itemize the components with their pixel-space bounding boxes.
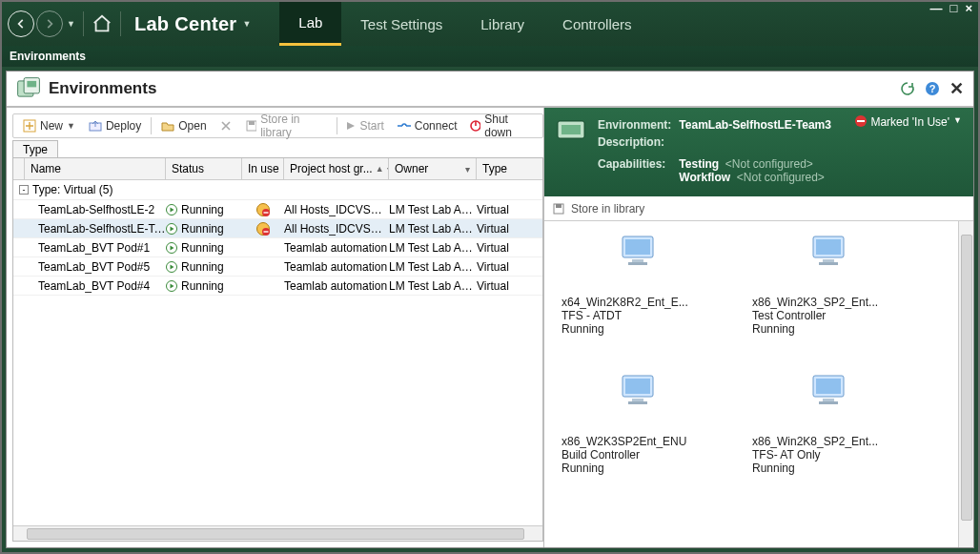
connect-icon: [398, 121, 411, 131]
svg-rect-36: [625, 379, 650, 394]
store-icon: [552, 202, 565, 215]
refresh-button[interactable]: [900, 81, 915, 96]
table-row[interactable]: TeamLab_BVT Pod#5RunningTeamlab automati…: [13, 257, 542, 277]
details-toolbar: Store in library: [544, 196, 973, 221]
table-row[interactable]: TeamLab_BVT Pod#4RunningTeamlab automati…: [13, 277, 542, 296]
page-header: Environments ? ✕: [7, 72, 973, 108]
svg-rect-2: [27, 81, 36, 88]
new-button[interactable]: New▼: [17, 115, 81, 136]
table-row[interactable]: TeamLab-SelfhostLE-2RunningAll Hosts_IDC…: [13, 200, 542, 219]
forward-button[interactable]: [36, 10, 63, 37]
environments-icon: [16, 76, 41, 101]
connect-button[interactable]: Connect: [392, 115, 463, 136]
col-inuse[interactable]: In use: [242, 158, 284, 179]
col-host[interactable]: Project host gr...▲▾: [284, 158, 389, 179]
col-status[interactable]: Status: [166, 158, 242, 179]
group-tab[interactable]: Type: [12, 140, 543, 157]
shutdown-button[interactable]: Shut down: [464, 115, 539, 136]
vm-tile[interactable]: x64_Win2K8R2_Ent_E...TFS - ATDTRunning: [561, 235, 714, 336]
breadcrumb: Environments: [10, 50, 86, 63]
open-icon: [161, 119, 174, 133]
tab-lab[interactable]: Lab: [279, 2, 341, 46]
svg-rect-42: [819, 401, 838, 404]
home-button[interactable]: [92, 13, 112, 34]
store-in-library-button[interactable]: Store in library: [571, 202, 644, 215]
svg-rect-40: [816, 379, 841, 394]
svg-rect-29: [632, 259, 643, 262]
store-icon: [245, 119, 257, 133]
nav-history-dropdown[interactable]: ▼: [67, 19, 75, 29]
marked-in-use-dropdown[interactable]: Marked 'In Use'▼: [855, 115, 962, 187]
vertical-scrollbar[interactable]: [958, 221, 973, 547]
svg-rect-34: [819, 262, 838, 265]
start-button[interactable]: Start: [340, 115, 389, 136]
in-use-icon: [855, 115, 867, 127]
new-icon: [23, 119, 36, 133]
environments-toolbar: New▼ Deploy Open: [12, 113, 543, 138]
help-button[interactable]: ?: [925, 81, 940, 96]
svg-rect-33: [823, 259, 834, 262]
collapse-icon[interactable]: -: [19, 185, 29, 195]
table-row[interactable]: TeamLab-SelfhostLE-Team3RunningAll Hosts…: [13, 219, 542, 238]
svg-rect-38: [628, 401, 647, 404]
svg-rect-22: [561, 125, 581, 134]
svg-rect-17: [264, 231, 269, 232]
start-icon: [346, 121, 356, 131]
tab-test-settings[interactable]: Test Settings: [341, 2, 461, 46]
svg-text:?: ?: [929, 83, 936, 94]
details-header: Environment:TeamLab-SelfhostLE-Team3 Des…: [544, 108, 973, 196]
col-owner[interactable]: Owner▾: [389, 158, 477, 179]
power-icon: [470, 120, 480, 132]
breadcrumb-bar: Environments New▼ Open Items (0)▼: [2, 46, 978, 67]
deploy-icon: [89, 119, 102, 133]
svg-rect-30: [628, 262, 647, 265]
minimize-button[interactable]: —: [930, 2, 943, 15]
close-button[interactable]: ✕: [949, 78, 964, 99]
vm-tile[interactable]: x86_W2K3SP2Ent_ENUBuild ControllerRunnin…: [561, 374, 714, 475]
svg-rect-13: [264, 212, 269, 213]
main-tabs: Lab Test Settings Library Controllers: [279, 2, 650, 46]
open-button[interactable]: Open: [155, 115, 212, 136]
app-title-dropdown[interactable]: ▼: [242, 19, 251, 29]
horizontal-scrollbar[interactable]: [13, 525, 542, 541]
table-row[interactable]: TeamLab_BVT Pod#1RunningTeamlab automati…: [13, 238, 542, 257]
maximize-button[interactable]: □: [950, 2, 958, 15]
env-name: TeamLab-SelfhostLE-Team3: [679, 117, 837, 133]
svg-rect-26: [556, 204, 561, 208]
svg-rect-24: [857, 120, 865, 122]
delete-icon: [220, 120, 232, 132]
group-row[interactable]: - Type: Virtual (5): [13, 180, 542, 200]
environments-grid: Name Status In use Project host gr...▲▾ …: [12, 157, 543, 542]
app-title: Lab Center: [134, 13, 236, 35]
svg-rect-8: [249, 121, 255, 125]
window-close-button[interactable]: ×: [965, 2, 972, 15]
col-type[interactable]: Type: [477, 158, 509, 179]
delete-button[interactable]: [214, 115, 237, 136]
svg-rect-28: [625, 239, 650, 255]
tab-controllers[interactable]: Controllers: [543, 2, 651, 46]
vm-list: x64_Win2K8R2_Ent_E...TFS - ATDTRunningx8…: [544, 221, 973, 484]
page-title: Environments: [49, 79, 156, 98]
deploy-button[interactable]: Deploy: [83, 115, 147, 136]
title-bar: ▼ Lab Center ▼ Lab Test Settings Library…: [2, 2, 978, 46]
tab-library[interactable]: Library: [461, 2, 543, 46]
back-button[interactable]: [8, 10, 34, 37]
svg-rect-41: [823, 399, 834, 401]
environment-icon: [556, 115, 586, 146]
vm-tile[interactable]: x86_Win2K8_SP2_Ent...TFS- AT OnlyRunning: [752, 374, 905, 475]
svg-rect-32: [816, 239, 841, 255]
vm-tile[interactable]: x86_Win2K3_SP2_Ent...Test ControllerRunn…: [752, 235, 905, 336]
svg-rect-37: [632, 399, 643, 401]
col-name[interactable]: Name: [25, 158, 166, 179]
store-button[interactable]: Store in library: [239, 115, 333, 136]
